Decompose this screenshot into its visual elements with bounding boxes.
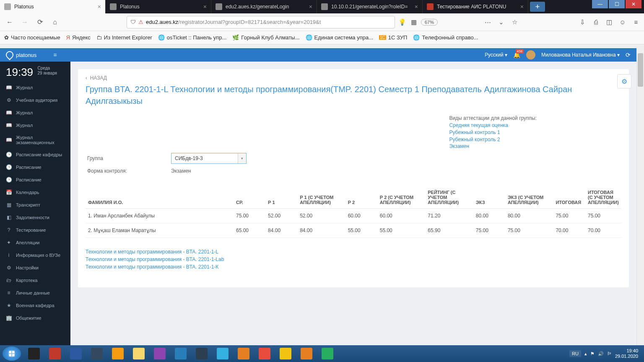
tray-volume-icon[interactable]: 🔊: [598, 351, 604, 357]
taskbar-app[interactable]: [234, 346, 253, 361]
tray-language[interactable]: RU: [569, 350, 581, 357]
taskbar-app[interactable]: [171, 346, 190, 361]
back-button[interactable]: ←: [3, 16, 16, 28]
sidebar-item[interactable]: 🏢Общежитие: [0, 312, 70, 324]
bookmark-item[interactable]: 🌐Телефонный справо...: [413, 34, 478, 41]
tab-close-icon[interactable]: ×: [203, 3, 207, 10]
browser-tab[interactable]: edu2.aues.kz/generateLogin ×: [211, 0, 317, 13]
sidebar-item[interactable]: 🕒Расписание кафедры: [0, 148, 70, 161]
taskbar-app[interactable]: [87, 346, 106, 361]
url-bar[interactable]: 🛡 ⚠ edu2.aues.kz/registratorJournal?grou…: [127, 16, 395, 28]
taskbar-app[interactable]: [192, 346, 211, 361]
tray-action-icon[interactable]: ⚑: [590, 351, 595, 357]
bookmark-item[interactable]: 🌐Единая система упра...: [306, 34, 374, 41]
taskbar-app[interactable]: [276, 346, 295, 361]
taskbar-app[interactable]: [129, 346, 148, 361]
sidebar-item[interactable]: 🕒Расписание: [0, 161, 70, 173]
table-row[interactable]: 1. Иман Арсланбек Абайулы75.0052.0052.00…: [86, 209, 621, 223]
start-button[interactable]: [3, 346, 21, 361]
settings-button[interactable]: ⚙: [617, 74, 631, 88]
sidebar-item[interactable]: 🕒Расписание: [0, 173, 70, 186]
taskbar-app[interactable]: [318, 346, 337, 361]
scrollbar-thumb[interactable]: [638, 53, 643, 87]
related-link[interactable]: Технологии и методы программирования - B…: [86, 263, 621, 271]
sidebar-item[interactable]: ▦Транскрипт: [0, 199, 70, 211]
reload-icon[interactable]: ⟳: [626, 52, 631, 58]
bookmark-item[interactable]: ✿Часто посещаемые: [4, 34, 60, 41]
window-minimize-button[interactable]: —: [592, 0, 608, 8]
reload-button[interactable]: ⟳: [34, 16, 46, 28]
sidebar-item[interactable]: ?Тестирование: [0, 224, 70, 236]
download-icon[interactable]: ⇩: [578, 18, 587, 27]
new-tab-button[interactable]: +: [530, 2, 545, 12]
forward-button[interactable]: →: [18, 16, 31, 28]
reader-icon[interactable]: ▦: [409, 18, 418, 27]
bookmark-item[interactable]: 🌐osTicket :: Панель упр...: [158, 34, 227, 41]
sidebar-item[interactable]: ★Военная кафедра: [0, 299, 70, 312]
language-selector[interactable]: Русский ▾: [485, 52, 507, 58]
taskbar-app[interactable]: [213, 346, 232, 361]
bookmark-item[interactable]: 🌿Горный Клуб Алматы...: [232, 34, 299, 41]
sidebar-item[interactable]: iИнформация о ВУЗе: [0, 249, 70, 261]
back-link[interactable]: ‹ НАЗАД: [78, 69, 629, 83]
sidebar-item[interactable]: 📖Журнал экзаменационных: [0, 132, 70, 148]
library-icon[interactable]: ⎙: [591, 18, 600, 27]
tab-close-icon[interactable]: ×: [98, 3, 101, 10]
sidebar-item[interactable]: 📖Журнал: [0, 119, 70, 132]
sidebar-item[interactable]: 📖Журнал: [0, 106, 70, 119]
attestation-link[interactable]: Средняя текущая оценка: [449, 122, 537, 129]
taskbar-app[interactable]: [66, 346, 86, 361]
browser-tab[interactable]: Platonus ×: [0, 0, 106, 13]
brand[interactable]: platonus: [6, 51, 36, 59]
sidebar-item[interactable]: ✦Апелляции: [0, 236, 70, 249]
taskbar-app[interactable]: [255, 346, 274, 361]
home-button[interactable]: ⌂: [49, 16, 61, 28]
sidebar-item[interactable]: ⚙Настройки: [0, 261, 70, 274]
tab-close-icon[interactable]: ×: [520, 3, 524, 10]
related-link[interactable]: Технологии и методы программирования - B…: [86, 256, 621, 263]
bookmark-item[interactable]: 🗀Из Internet Explorer: [96, 34, 152, 41]
scrollbar[interactable]: [636, 48, 644, 345]
bookmark-item[interactable]: ЯЯндекс: [66, 34, 91, 41]
user-avatar[interactable]: [526, 50, 535, 59]
taskbar-app[interactable]: [150, 346, 169, 361]
more-icon[interactable]: ⋯: [483, 18, 492, 27]
zoom-level[interactable]: 67%: [421, 19, 438, 26]
menu-icon[interactable]: ≡: [631, 18, 641, 27]
window-close-button[interactable]: ✕: [626, 0, 641, 8]
notifications-icon[interactable]: 🔔458: [513, 52, 520, 58]
attestation-link[interactable]: Рубежный контроль 2: [449, 136, 537, 143]
tray-flag-icon[interactable]: 🏳: [607, 351, 612, 356]
sidebar-item[interactable]: 🗁Картотека: [0, 274, 70, 287]
tab-close-icon[interactable]: ×: [309, 3, 312, 10]
sidebar-item[interactable]: ⚙Учебная аудитория: [0, 94, 70, 106]
user-menu[interactable]: Милованова Наталья Ивановна ▾: [541, 52, 620, 58]
taskbar-app[interactable]: [108, 346, 127, 361]
browser-tab[interactable]: Тестирование АИС PLATONU ×: [423, 0, 528, 13]
bookmark-star-icon[interactable]: ☆: [510, 18, 519, 27]
taskbar-app[interactable]: [297, 346, 316, 361]
tab-close-icon[interactable]: ×: [415, 3, 418, 10]
tray-clock[interactable]: 19:40 29.01.2020: [615, 348, 638, 359]
group-select[interactable]: СИБдв-19-3 ▾: [171, 153, 247, 164]
attestation-link[interactable]: Рубежный контроль 1: [449, 129, 537, 136]
bookmark-item[interactable]: 1С1С ЗУП: [379, 34, 407, 41]
taskbar-app[interactable]: [45, 346, 65, 361]
sidebar-icon[interactable]: ◫: [605, 18, 614, 27]
pocket-icon[interactable]: ⌄: [496, 18, 506, 27]
browser-tab[interactable]: 10.10.0.21/generateLogin?roleID= ×: [317, 0, 423, 13]
taskbar-app[interactable]: [24, 346, 44, 361]
sidebar-item[interactable]: ◧Задолженности: [0, 211, 70, 224]
table-row[interactable]: 2. Мұқаш Еламан Маратұлы65.0084.0084.005…: [86, 223, 621, 238]
window-maximize-button[interactable]: ☐: [609, 0, 625, 8]
related-link[interactable]: Технологии и методы программирования - B…: [86, 248, 621, 256]
sidebar-toggle-icon[interactable]: ≡: [53, 52, 57, 58]
bulb-icon[interactable]: 💡: [397, 18, 407, 27]
sidebar-item[interactable]: 📖Журнал: [0, 81, 70, 94]
attestation-link[interactable]: Экзамен: [449, 143, 537, 150]
tray-up-icon[interactable]: ▴: [584, 351, 587, 357]
browser-tab[interactable]: Platonus ×: [106, 0, 211, 13]
sidebar-item[interactable]: ≡Личные данные: [0, 287, 70, 299]
profile-icon[interactable]: ☺: [618, 18, 627, 27]
sidebar-item[interactable]: 📅Календарь: [0, 186, 70, 199]
